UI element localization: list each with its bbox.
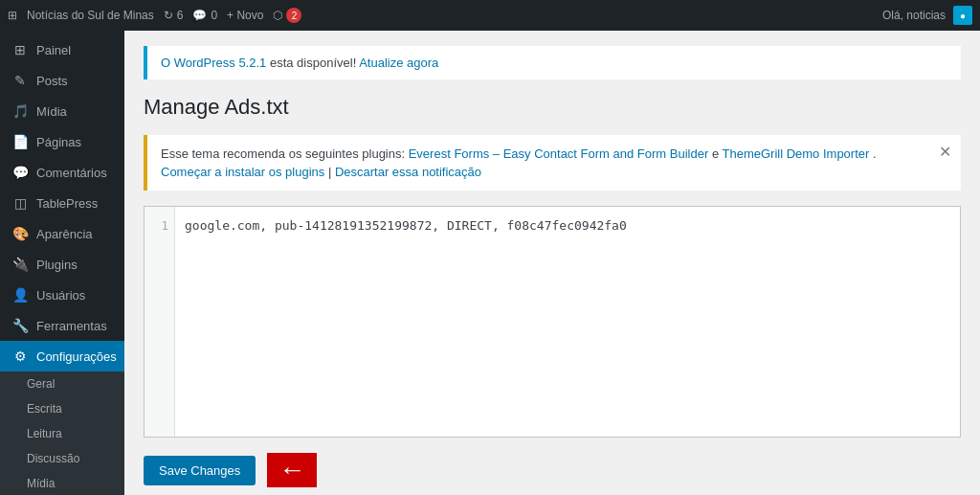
save-changes-button[interactable]: Save Changes [144, 456, 256, 485]
sidebar-label-tablepress: TablePress [36, 196, 98, 211]
sidebar-item-paginas[interactable]: 📄 Páginas [0, 126, 124, 157]
sidebar-item-aparencia[interactable]: 🎨 Aparência [0, 218, 124, 249]
sidebar-item-comentarios[interactable]: 💬 Comentários [0, 157, 124, 188]
comments-item[interactable]: 💬 0 [192, 9, 217, 22]
plugins-icon: 🔌 [11, 257, 29, 272]
wp-update-text: esta disponível! [270, 56, 359, 70]
plugin-icon: ⬡ [273, 9, 282, 22]
aparencia-icon: 🎨 [11, 226, 29, 241]
sidebar-item-plugins[interactable]: 🔌 Plugins [0, 249, 124, 280]
comments-count: 0 [211, 9, 217, 22]
sidebar-label-configuracoes: Configurações [36, 349, 117, 364]
sidebar-subitem-escrita[interactable]: Escrita [0, 396, 124, 421]
plugin1-link[interactable]: Everest Forms – Easy Contact Form and Fo… [409, 146, 709, 161]
sidebar-subitem-leitura[interactable]: Leitura [0, 421, 124, 446]
notifications-badge: 2 [286, 8, 301, 23]
user-greeting: Olá, noticias [882, 9, 946, 22]
plugin-notice: Esse tema recomenda os seguintes plugins… [144, 135, 961, 191]
wp-update-notice: O WordPress 5.2.1 esta disponível! Atual… [144, 46, 961, 79]
sidebar-label-comentarios: Comentários [36, 166, 107, 180]
sidebar-item-painel[interactable]: ⊞ Painel [0, 34, 124, 65]
sidebar-label-painel: Painel [36, 43, 71, 57]
sidebar-item-midia[interactable]: 🎵 Mídia [0, 96, 124, 126]
ads-editor-wrap: 1 google.com, pub-14128191352199872, DIR… [144, 206, 961, 438]
sidebar-label-paginas: Páginas [36, 135, 81, 149]
refresh-icon: ↻ [164, 9, 173, 22]
sidebar-subitem-discussao[interactable]: Discussão [0, 446, 124, 471]
wp-update-link[interactable]: O WordPress 5.2.1 [161, 56, 266, 70]
new-item[interactable]: + Novo [227, 9, 263, 22]
save-area: Save Changes ← [144, 453, 961, 487]
plugin-connector: e [712, 146, 723, 161]
sidebar: ⊞ Painel ✎ Posts 🎵 Mídia 📄 Páginas 💬 Com… [0, 31, 124, 495]
sidebar-label-midia: Mídia [36, 104, 67, 119]
sidebar-label-posts: Posts [36, 74, 68, 88]
plugin-notice-close[interactable]: ✕ [939, 145, 951, 160]
sidebar-item-posts[interactable]: ✎ Posts [0, 65, 124, 96]
topbar-left: ⊞ Notícias do Sul de Minas ↻ 6 💬 0 + Nov… [8, 8, 871, 23]
sidebar-item-configuracoes[interactable]: ⚙ Configurações [0, 341, 124, 371]
sidebar-label-usuarios: Usuários [36, 288, 85, 303]
sidebar-item-tablepress[interactable]: ◫ TablePress [0, 188, 124, 218]
plugin-text-end: . [873, 146, 877, 161]
midia-icon: 🎵 [11, 103, 29, 119]
notice-link-separator: | [328, 165, 335, 179]
updates-count: 6 [177, 9, 184, 22]
usuarios-icon: 👤 [11, 287, 29, 303]
sidebar-label-plugins: Plugins [36, 258, 78, 272]
line-numbers: 1 [145, 207, 175, 437]
sidebar-subitem-midia[interactable]: Mídia [0, 471, 124, 495]
configuracoes-icon: ⚙ [11, 349, 29, 364]
main-content: O WordPress 5.2.1 esta disponível! Atual… [124, 31, 980, 495]
main-layout: ⊞ Painel ✎ Posts 🎵 Mídia 📄 Páginas 💬 Com… [0, 31, 980, 495]
sidebar-label-ferramentas: Ferramentas [36, 319, 107, 333]
plugin-item[interactable]: ⬡ 2 [273, 8, 301, 23]
wp-logo[interactable]: ⊞ [8, 9, 17, 22]
ferramentas-icon: 🔧 [11, 318, 29, 333]
plugin2-link[interactable]: ThemeGrill Demo Importer [722, 146, 869, 161]
comment-icon: 💬 [192, 9, 207, 22]
posts-icon: ✎ [11, 73, 29, 88]
line-number-1: 1 [150, 214, 168, 236]
plugin-notice-text: Esse tema recomenda os seguintes plugins… [161, 146, 409, 161]
arrow-indicator: ← [267, 453, 317, 487]
plugin-notice-links: Começar a instalar os plugins | Descarta… [161, 165, 947, 179]
topbar-right: Olá, noticias ● [882, 6, 972, 25]
tablepress-icon: ◫ [11, 195, 29, 211]
updates-item[interactable]: ↻ 6 [164, 9, 184, 22]
painel-icon: ⊞ [11, 42, 29, 57]
install-plugins-link[interactable]: Começar a instalar os plugins [161, 165, 324, 179]
paginas-icon: 📄 [11, 134, 29, 149]
topbar: ⊞ Notícias do Sul de Minas ↻ 6 💬 0 + Nov… [0, 0, 980, 31]
sidebar-label-aparencia: Aparência [36, 227, 93, 241]
ads-editor: 1 google.com, pub-14128191352199872, DIR… [145, 207, 960, 437]
user-button[interactable]: ● [953, 6, 972, 25]
wp-update-now-link[interactable]: Atualize agora [359, 56, 438, 70]
sidebar-item-ferramentas[interactable]: 🔧 Ferramentas [0, 310, 124, 341]
page-title: Manage Ads.txt [144, 95, 961, 120]
site-name[interactable]: Notícias do Sul de Minas [27, 9, 154, 22]
comentarios-icon: 💬 [11, 165, 29, 180]
sidebar-item-usuarios[interactable]: 👤 Usuários [0, 280, 124, 310]
editor-content[interactable]: google.com, pub-14128191352199872, DIREC… [175, 207, 960, 437]
sidebar-submenu-configuracoes: Geral Escrita Leitura Discussão Mídia Li… [0, 371, 124, 495]
sidebar-subitem-geral[interactable]: Geral [0, 371, 124, 396]
dismiss-notice-link[interactable]: Descartar essa notificação [335, 165, 481, 179]
